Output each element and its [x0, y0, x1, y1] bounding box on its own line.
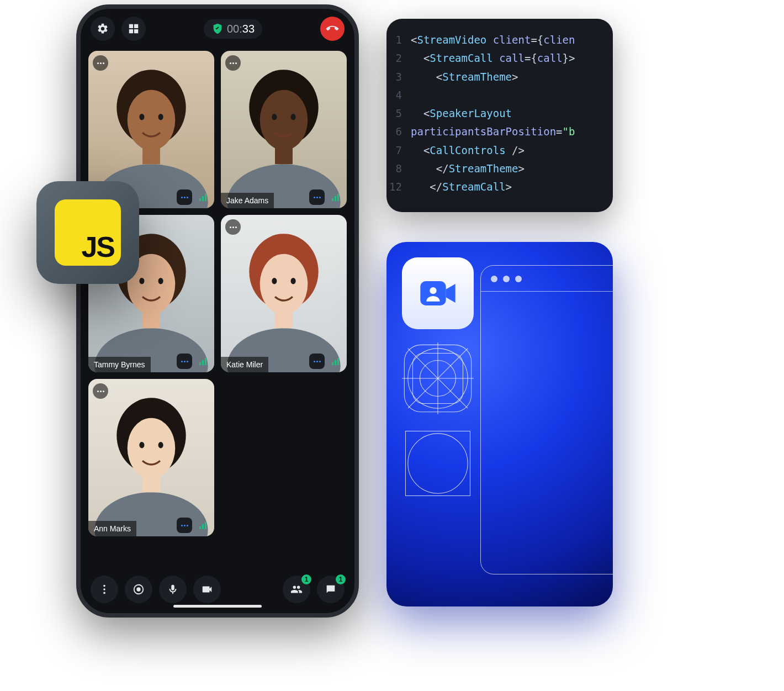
hangup-button[interactable] [320, 17, 345, 41]
svg-point-52 [103, 592, 105, 594]
svg-point-13 [260, 90, 308, 150]
line-number: 2 [386, 49, 411, 67]
line-number: 12 [386, 178, 411, 196]
line-number: 6 [386, 123, 411, 141]
people-icon [290, 583, 303, 595]
svg-point-45 [139, 442, 144, 448]
participant-tile[interactable]: Ann Marks [88, 379, 214, 536]
svg-rect-4 [142, 145, 160, 164]
call-timer: 00:33 [204, 19, 262, 39]
camera-button[interactable] [193, 576, 221, 603]
code-line: 12 </StreamCall> [386, 178, 613, 196]
participant-tile[interactable]: Katie Miler [221, 215, 347, 372]
icon-circle-wireframe [402, 428, 474, 499]
svg-rect-24 [142, 309, 160, 328]
javascript-logo: JS [55, 199, 121, 266]
svg-rect-44 [142, 473, 160, 492]
line-number: 7 [386, 141, 411, 160]
svg-point-51 [103, 588, 105, 590]
svg-rect-34 [275, 309, 293, 328]
video-app-icon [402, 257, 474, 329]
tile-menu-button[interactable] [93, 383, 108, 399]
svg-point-36 [291, 278, 296, 284]
reaction-button[interactable] [309, 354, 325, 369]
tile-menu-button[interactable] [93, 55, 108, 71]
code-line: 6participantsBarPosition="b [386, 123, 613, 141]
svg-point-5 [139, 114, 144, 120]
code-line: 4 [386, 86, 613, 104]
grid-icon [128, 23, 140, 35]
gear-icon [97, 23, 109, 35]
phone-frame: 00:33 [76, 4, 359, 618]
svg-point-46 [158, 442, 163, 448]
svg-point-16 [291, 114, 296, 120]
timer-seconds: 33 [242, 23, 255, 35]
svg-rect-65 [406, 431, 470, 496]
svg-point-43 [128, 418, 176, 478]
blueprint-card [386, 242, 613, 606]
svg-rect-48 [202, 524, 204, 529]
code-line: 7 <CallControls /> [386, 141, 613, 160]
svg-point-50 [103, 585, 105, 587]
mic-button[interactable] [159, 576, 187, 603]
camera-person-icon [416, 272, 459, 315]
participant-grid: is [81, 45, 354, 568]
participant-name: Ann Marks [88, 521, 136, 536]
tile-menu-button[interactable] [225, 55, 241, 71]
chat-button[interactable]: 1 [317, 576, 345, 603]
more-button[interactable] [91, 576, 118, 603]
reaction-button[interactable] [177, 354, 192, 369]
svg-point-33 [260, 254, 308, 314]
svg-point-56 [430, 287, 436, 294]
svg-rect-29 [205, 358, 206, 365]
tile-menu-button[interactable] [225, 219, 241, 235]
participant-name: Jake Adams [221, 193, 274, 208]
mic-icon [167, 583, 179, 595]
line-number: 1 [386, 31, 411, 49]
participant-video [221, 51, 347, 208]
line-number: 5 [386, 104, 411, 123]
svg-rect-27 [199, 362, 201, 365]
svg-rect-9 [205, 194, 206, 201]
timer-minutes: 00 [227, 23, 239, 35]
svg-point-25 [139, 278, 144, 284]
svg-rect-37 [332, 362, 333, 365]
svg-rect-49 [205, 522, 206, 529]
svg-point-26 [158, 278, 163, 284]
svg-rect-8 [202, 196, 204, 201]
participants-badge: 1 [301, 574, 311, 584]
kebab-icon [98, 583, 110, 595]
reaction-button[interactable] [177, 189, 192, 205]
layout-button[interactable] [121, 17, 146, 41]
participant-video [88, 379, 214, 536]
reaction-button[interactable] [309, 189, 325, 205]
svg-rect-14 [275, 145, 293, 164]
svg-rect-17 [332, 198, 333, 201]
svg-rect-38 [335, 360, 336, 365]
signal-strength-icon [328, 354, 343, 369]
signal-strength-icon [195, 189, 211, 205]
svg-point-54 [136, 587, 140, 591]
participant-video [221, 215, 347, 372]
code-line: 1<StreamVideo client={clien [386, 31, 613, 49]
code-line: 5 <SpeakerLayout [386, 104, 613, 123]
svg-point-35 [272, 278, 277, 284]
chat-icon [325, 583, 337, 595]
svg-rect-28 [202, 360, 204, 365]
reaction-button[interactable] [177, 518, 192, 533]
signal-strength-icon [328, 189, 343, 205]
svg-point-15 [272, 114, 277, 120]
svg-rect-19 [337, 194, 339, 201]
settings-button[interactable] [91, 17, 115, 41]
participant-tile[interactable]: Jake Adams [221, 51, 347, 208]
participant-name: Katie Miler [221, 357, 268, 372]
traffic-light-dots [491, 276, 522, 282]
signal-strength-icon [195, 518, 211, 533]
signal-strength-icon [195, 354, 211, 369]
svg-rect-39 [337, 358, 339, 365]
record-button[interactable] [125, 576, 152, 603]
participants-button[interactable]: 1 [283, 576, 310, 603]
svg-rect-7 [199, 198, 201, 201]
svg-point-6 [158, 114, 163, 120]
phone-icon [324, 20, 341, 37]
